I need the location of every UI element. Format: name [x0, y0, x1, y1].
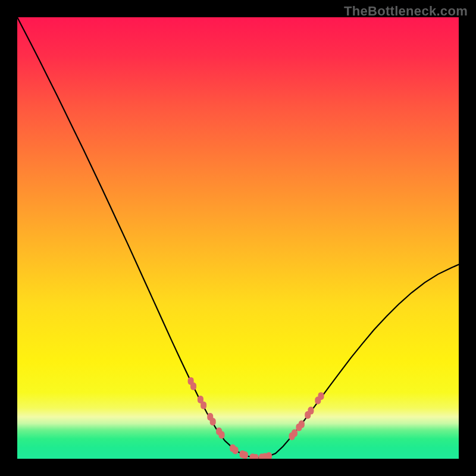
- chart-frame: TheBottleneck.com: [0, 0, 476, 476]
- plot-area: [17, 17, 459, 459]
- data-marker: [242, 452, 248, 459]
- data-marker: [219, 431, 225, 439]
- data-marker: [190, 383, 196, 390]
- data-marker: [308, 407, 314, 415]
- data-marker: [201, 402, 206, 409]
- plot-svg: [17, 17, 459, 459]
- data-marker: [233, 446, 239, 454]
- data-marker: [266, 452, 272, 459]
- data-marker: [318, 392, 324, 400]
- data-marker: [210, 418, 216, 425]
- watermark-text: TheBottleneck.com: [344, 4, 468, 19]
- gradient-rect: [17, 17, 459, 459]
- data-marker: [299, 421, 305, 428]
- data-marker: [292, 429, 298, 437]
